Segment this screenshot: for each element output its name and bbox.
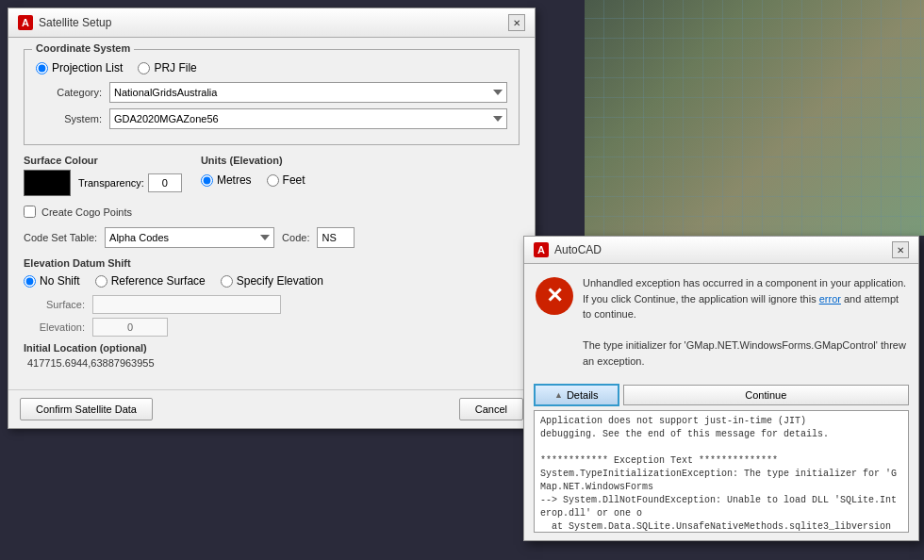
autocad-close-button[interactable]: ✕: [892, 241, 909, 258]
autocad-title: AutoCAD: [554, 243, 602, 256]
category-select[interactable]: NationalGridsAustralia: [109, 82, 507, 103]
initial-location-value: 417715.6944,63887963955: [24, 357, 520, 369]
system-label: System:: [36, 113, 102, 124]
continue-button[interactable]: Continue: [623, 385, 909, 405]
code-label: Code:: [282, 232, 309, 243]
surface-units-row: Surface Colour Transparency: Units (Elev…: [24, 155, 520, 196]
system-select[interactable]: GDA2020MGAZone56: [109, 108, 507, 129]
code-input[interactable]: [317, 227, 355, 248]
radio-reference-surface[interactable]: Reference Surface: [95, 274, 206, 288]
surface-colour-label: Surface Colour: [24, 155, 182, 166]
title-left: A Satellite Setup: [18, 15, 111, 30]
category-label: Category:: [36, 87, 102, 98]
radio-prj-file[interactable]: PRJ File: [138, 61, 196, 74]
autocad-titlebar: A AutoCAD ✕: [524, 237, 918, 264]
prj-file-label: PRJ File: [154, 61, 196, 74]
radio-specify-elevation[interactable]: Specify Elevation: [221, 274, 323, 288]
units-label: Units (Elevation): [201, 155, 305, 166]
elevation-datum-section: Elevation Datum Shift No Shift Reference…: [24, 257, 520, 337]
error-message: Unhandled exception has occurred in a co…: [583, 275, 907, 369]
satellite-footer: Confirm Satellite Data Cancel: [8, 389, 535, 428]
app-icon: A: [18, 15, 33, 30]
elevation-field-row: Elevation:: [24, 318, 520, 337]
details-button[interactable]: ▲ Details: [534, 384, 619, 406]
category-row: Category: NationalGridsAustralia: [36, 82, 507, 103]
error-message-part3: The type initializer for 'GMap.NET.Windo…: [583, 339, 906, 367]
elevation-datum-label: Elevation Datum Shift: [24, 257, 520, 269]
cogo-label: Create Cogo Points: [41, 206, 132, 218]
feet-label: Feet: [283, 173, 305, 187]
color-swatch[interactable]: [24, 170, 71, 196]
reference-surface-label: Reference Surface: [111, 274, 206, 288]
surface-field-input: [92, 295, 281, 314]
surface-field-label: Surface:: [24, 299, 85, 310]
cogo-row: Create Cogo Points: [24, 206, 520, 218]
radio-feet[interactable]: Feet: [267, 173, 305, 187]
radio-no-shift[interactable]: No Shift: [24, 274, 80, 288]
cancel-button[interactable]: Cancel: [459, 398, 523, 420]
initial-location-label: Initial Location (optional): [24, 342, 520, 354]
transparency-input[interactable]: [148, 173, 182, 192]
projection-list-label: Projection List: [52, 61, 123, 74]
cad-map-area: [585, 0, 924, 236]
satellite-dialog-titlebar: A Satellite Setup ✕: [8, 8, 535, 38]
metres-label: Metres: [217, 173, 252, 187]
satellite-content: Coordinate System Projection List PRJ Fi…: [8, 38, 535, 389]
system-row: System: GDA2020MGAZone56: [36, 108, 507, 129]
cogo-checkbox[interactable]: [24, 206, 36, 218]
satellite-title: Satellite Setup: [39, 16, 111, 29]
details-text-area: Application does not support just-in-tim…: [534, 410, 909, 533]
confirm-button[interactable]: Confirm Satellite Data: [20, 398, 153, 420]
units-section: Units (Elevation) Metres Feet: [201, 155, 305, 194]
no-shift-label: No Shift: [40, 274, 80, 288]
coordinate-radio-row: Projection List PRJ File: [36, 61, 507, 74]
radio-metres[interactable]: Metres: [201, 173, 252, 187]
transparency-row: Transparency:: [78, 173, 182, 192]
autocad-dialog: A AutoCAD ✕ ✕ Unhandled exception has oc…: [523, 236, 919, 541]
units-radio-row: Metres Feet: [201, 173, 305, 187]
error-link[interactable]: error: [819, 293, 841, 305]
initial-location-section: Initial Location (optional) 417715.6944,…: [24, 342, 520, 369]
details-triangle-icon: ▲: [554, 390, 563, 400]
specify-elevation-label: Specify Elevation: [237, 274, 323, 288]
elevation-field-input: [92, 318, 168, 337]
coordinate-system-group: Coordinate System Projection List PRJ Fi…: [24, 49, 520, 145]
surface-section: Surface Colour Transparency:: [24, 155, 182, 196]
autocad-details-row: ▲ Details Continue: [524, 380, 918, 410]
satellite-dialog: A Satellite Setup ✕ Coordinate System Pr…: [8, 8, 536, 429]
autocad-title-left: A AutoCAD: [534, 242, 602, 257]
elevation-radios: No Shift Reference Surface Specify Eleva…: [24, 274, 520, 288]
code-set-label: Code Set Table:: [24, 232, 97, 243]
satellite-close-button[interactable]: ✕: [508, 14, 525, 31]
coordinate-system-label: Coordinate System: [32, 42, 134, 54]
code-set-row: Code Set Table: Alpha Codes Code:: [24, 227, 520, 248]
color-row: Transparency:: [24, 170, 182, 196]
autocad-body: ✕ Unhandled exception has occurred in a …: [524, 264, 918, 380]
radio-projection-list[interactable]: Projection List: [36, 61, 123, 74]
details-text-content: Application does not support just-in-tim…: [540, 415, 902, 533]
surface-field-row: Surface:: [24, 295, 520, 314]
error-icon: ✕: [536, 277, 573, 315]
transparency-label: Transparency:: [78, 177, 144, 189]
elevation-field-label: Elevation:: [24, 321, 85, 333]
autocad-app-icon: A: [534, 242, 549, 257]
code-set-select[interactable]: Alpha Codes: [105, 227, 274, 248]
details-label: Details: [567, 389, 599, 401]
